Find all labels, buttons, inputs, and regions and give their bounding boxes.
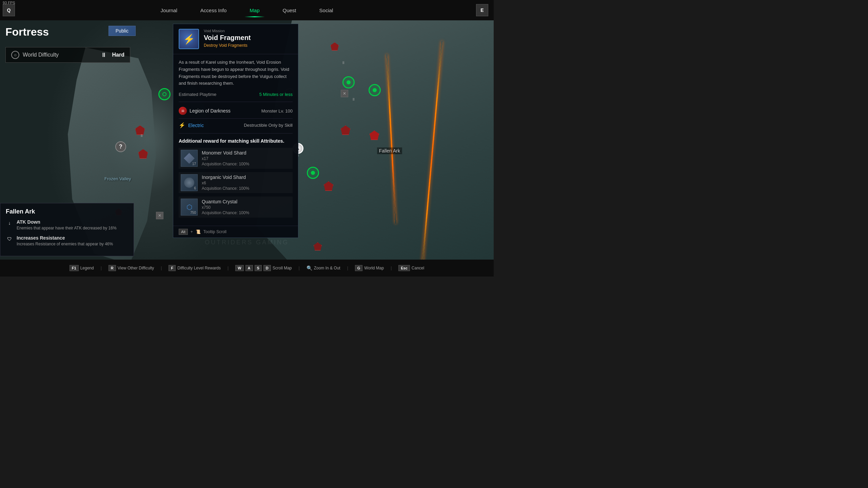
effect-atk-down: ↓ ATK Down Enemies that appear have thei… [6,219,128,231]
q-key-button[interactable]: Q [3,4,15,16]
enemy-info: ☠ Legion of Darkness [179,107,231,115]
map-marker-8[interactable] [324,181,333,191]
mission-body: As a result of Karel using the Ironheart… [173,54,298,226]
reward-3-name: Quantum Crystal [202,199,249,204]
top-nav: 93 FPS Q Journal Access Info Map Quest S… [0,0,494,20]
map-marker-3[interactable] [135,125,145,135]
r-key: R [108,265,116,271]
playtime-value: 5 Minutes or less [259,92,293,97]
mission-description: As a result of Karel using the Ironheart… [179,59,293,87]
playtime-row: Estimated Playtime 5 Minutes or less [179,92,293,102]
bottom-world-map[interactable]: G World Map [355,265,384,271]
map-marker-cross-2[interactable]: II [353,98,355,101]
reward-2-name: Inorganic Void Shard [202,175,249,180]
difficulty-value: Hard [112,52,124,58]
difficulty-label: World Difficulty [23,52,97,58]
reward-item-2: 6 Inorganic Void Shard x6 Acquisition Ch… [179,172,293,193]
fallen-ark-box: Fallen Ark ↓ ATK Down Enemies that appea… [0,203,134,256]
effect-resistance: 🛡 Increases Resistance Increases Resista… [6,235,128,247]
enemy-row: ☠ Legion of Darkness Monster Lv. 100 [179,107,293,119]
g-key: G [355,265,363,271]
reward-1-qty: x17 [202,156,249,161]
mission-popup: Void Mission Void Fragment Destroy Void … [173,24,298,238]
nav-access-info[interactable]: Access Info [199,5,228,16]
scroll-map-label: Scroll Map [273,266,292,270]
nav-map[interactable]: Map [248,5,261,16]
reward-icon-1: 17 [181,150,198,167]
map-marker-green-3[interactable] [369,84,381,96]
element-note: Destructible Only by Skill [244,123,293,128]
map-marker-5[interactable] [138,149,148,159]
nav-journal[interactable]: Journal [159,5,179,16]
reward-item-3: ⬡ 750 Quantum Crystal x750 Acquisition C… [179,197,293,218]
shard-inorg-icon [184,178,194,188]
reward-3-count: 750 [190,211,196,215]
element-row: ⚡ Electric Destructible Only by Skill [179,122,293,134]
map-marker-7[interactable] [370,130,379,140]
map-marker-4: II [141,134,143,138]
bottom-cancel[interactable]: Esc Cancel [398,265,424,271]
esc-key: Esc [398,265,410,271]
resistance-desc: Increases Resistance of enemies that app… [17,241,113,247]
map-marker-green-1[interactable] [158,88,171,100]
scroll-icon: 📜 [196,229,201,234]
view-difficulty-label: View Other Difficulty [118,266,154,270]
atk-down-desc: Enemies that appear have their ATK decre… [17,225,117,231]
sep-4: | [299,266,300,270]
e-key-button[interactable]: E [476,4,488,16]
alt-key-badge: Alt [179,229,188,235]
rewards-title: Additional reward for matching skill Att… [179,138,293,144]
reward-2-qty: x6 [202,181,249,185]
map-marker-1[interactable] [331,42,339,50]
resistance-name: Increases Resistance [17,235,113,241]
f1-key: F1 [70,265,79,271]
atk-down-name: ATK Down [17,219,117,225]
s-key: S [255,265,262,271]
fallen-ark-map-label: Fallen Ark [377,147,402,154]
sep-6: | [391,266,392,270]
element-info: ⚡ Electric [179,122,204,128]
nav-social[interactable]: Social [318,5,335,16]
map-marker-green-4[interactable] [307,167,319,179]
mission-name: Void Fragment [204,34,251,42]
element-name: Electric [188,123,204,128]
fps-counter: 93 FPS [3,1,15,5]
reward-1-count: 17 [192,162,196,166]
reward-2-count: 6 [194,186,196,190]
plus-sign: + [191,229,193,234]
map-marker-gray-2[interactable]: ? [115,141,126,152]
bottom-bar: F1 Legend | R View Other Difficulty | F … [0,260,494,277]
d-key: D [263,265,271,271]
map-marker-2[interactable]: II [342,61,344,65]
bottom-zoom: 🔍 Zoom In & Out [307,265,340,271]
cancel-label: Cancel [412,266,424,270]
sep-3: | [228,266,229,270]
nav-quest[interactable]: Quest [281,5,298,16]
bottom-difficulty[interactable]: R View Other Difficulty [108,265,154,271]
pause-icon: ⏸ [101,52,107,59]
reward-icon-3: ⬡ 750 [181,199,198,216]
bottom-rewards[interactable]: F Difficulty Level Rewards [169,265,221,271]
zoom-icon: 🔍 [307,265,312,271]
difficulty-bar[interactable]: ⊙ World Difficulty ⏸ Hard [5,47,130,63]
map-marker-6[interactable] [341,125,350,135]
legend-label: Legend [80,266,94,270]
reward-item-1: 17 Monomer Void Shard x17 Acquisition Ch… [179,148,293,169]
enemy-level: Monster Lv. 100 [261,108,293,114]
bottom-scroll-map: W A S D Scroll Map [235,265,292,271]
zoom-label: Zoom In & Out [314,266,340,270]
map-marker-cross-1[interactable]: ✕ [341,90,348,97]
map-marker-10[interactable] [314,242,322,250]
fallen-ark-title: Fallen Ark [6,208,128,215]
page-title: Fortress [5,26,49,38]
atk-down-icon: ↓ [6,219,13,227]
difficulty-rewards-label: Difficulty Level Rewards [177,266,221,270]
tooltip-scroll-bar: Alt + 📜 Tooltip Scroll [173,226,298,238]
map-marker-green-2[interactable] [342,76,355,88]
a-key: A [245,265,253,271]
public-button[interactable]: Public [108,26,136,36]
map-marker-cross-3[interactable]: ✕ [156,212,163,219]
reward-3-qty: x750 [202,205,249,210]
f-key: F [169,265,176,271]
left-panel: Fortress Public ⊙ World Difficulty ⏸ Har… [0,20,136,68]
